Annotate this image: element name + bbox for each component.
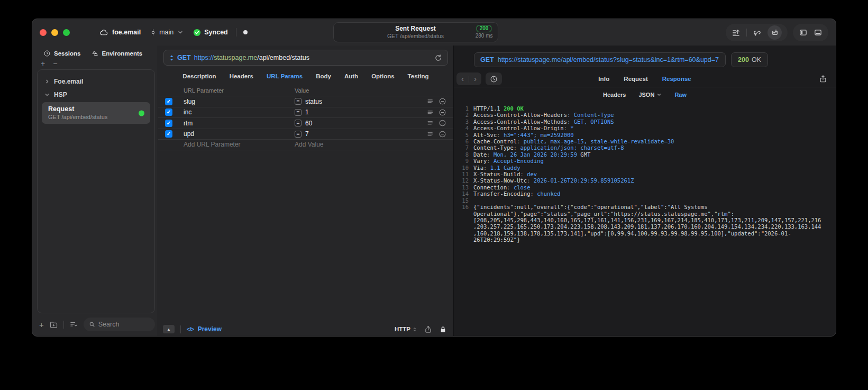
editor-tab[interactable]: URL Params <box>267 73 303 79</box>
toggle-bottom-panel-button[interactable] <box>814 28 823 37</box>
tree-chevron-icon <box>44 92 50 97</box>
format-lines-icon[interactable] <box>426 108 434 116</box>
response-view-tab[interactable]: Headers <box>603 92 626 98</box>
line-content: Date: Mon, 26 Jan 2026 20:29:59 GMT <box>473 151 822 158</box>
remove-param-icon[interactable] <box>438 97 446 105</box>
list-options-button[interactable] <box>69 320 78 329</box>
format-lines-icon[interactable] <box>426 130 434 138</box>
param-name-field[interactable]: slug <box>184 98 295 105</box>
request-url[interactable]: https://statuspage.me/api/embed/status <box>194 54 309 61</box>
minimize-window-button[interactable] <box>51 29 58 36</box>
sent-request-summary[interactable]: Sent Request GET /api/embed/status 200 2… <box>333 22 498 42</box>
tab-environments[interactable]: Environments <box>92 50 143 57</box>
param-enabled-checkbox[interactable] <box>165 120 172 127</box>
response-view-tab[interactable]: JSON <box>638 92 662 98</box>
param-enabled-checkbox[interactable] <box>165 108 172 116</box>
editor-tabs: Description Headers URL Params Body Auth… <box>158 67 453 85</box>
history-forward-button[interactable]: › <box>469 73 481 85</box>
editor-tab[interactable]: Options <box>371 73 394 79</box>
equals-icon <box>295 98 301 105</box>
toggle-left-sidebar-button[interactable] <box>799 28 808 37</box>
code-line: 7 Content-Type: application/json; charse… <box>458 144 822 151</box>
sessions-panel: Foe.email HSP Request GET /api/embed/sta… <box>37 69 155 313</box>
zoom-window-button[interactable] <box>63 29 70 36</box>
sync-label: Synced <box>204 29 227 36</box>
line-number: 14 <box>458 191 473 197</box>
merge-sync-button[interactable] <box>753 28 762 37</box>
sidebar-tabs: Sessions Environments <box>37 48 155 59</box>
line-number: 4 <box>458 125 473 131</box>
search-input[interactable] <box>98 321 150 328</box>
project-menu[interactable]: foe.email <box>99 28 141 37</box>
export-response-icon[interactable] <box>819 75 827 83</box>
import-list-button[interactable] <box>732 28 741 37</box>
new-folder-icon <box>49 320 58 329</box>
params-rows: slug status <box>158 96 453 139</box>
line-content: X-Status-Now-Utc: 2026-01-26T20:29:59.85… <box>473 177 822 184</box>
response-tab[interactable]: Response <box>662 76 691 82</box>
format-lines-icon[interactable] <box>426 97 434 105</box>
request-list-item-selected[interactable]: Request GET /api/embed/status <box>42 102 150 124</box>
line-number: 7 <box>458 144 473 151</box>
remove-session-button[interactable]: − <box>53 59 57 68</box>
response-top-row: GET https://statuspage.me/api/embed/stat… <box>454 46 836 71</box>
method-stepper-icon[interactable] <box>169 55 174 61</box>
param-value-field[interactable]: status <box>305 98 322 105</box>
response-view-tab[interactable]: Raw <box>674 92 687 98</box>
remove-param-icon[interactable] <box>438 108 446 116</box>
list-arrow-up-icon <box>732 28 741 37</box>
add-session-button[interactable]: + <box>41 59 45 68</box>
add-param-row[interactable]: Add URL Parameter Add Value <box>158 139 453 150</box>
protocol-selector[interactable]: HTTP <box>395 326 417 333</box>
new-folder-button[interactable] <box>49 320 58 329</box>
remove-param-icon[interactable] <box>438 119 446 127</box>
param-name-field[interactable]: rtm <box>184 120 295 127</box>
method-label[interactable]: GET <box>177 54 191 61</box>
tree-chevron-icon <box>44 79 50 84</box>
code-line: 9 Vary: Accept-Encoding <box>458 158 822 164</box>
tab-sessions[interactable]: Sessions <box>43 50 81 57</box>
format-lines-icon[interactable] <box>426 119 434 127</box>
history-back-button[interactable]: ‹ <box>456 73 469 85</box>
editor-tab[interactable]: Body <box>316 73 331 79</box>
panel-bottom-icon <box>814 28 823 37</box>
param-name-field[interactable]: inc <box>184 108 295 116</box>
param-enabled-checkbox[interactable] <box>165 98 172 105</box>
send-receive-button[interactable] <box>768 25 782 40</box>
editor-tab[interactable]: Testing <box>408 73 429 79</box>
share-icon[interactable] <box>424 325 432 333</box>
param-enabled-checkbox[interactable] <box>165 130 172 138</box>
param-value-field[interactable]: 60 <box>305 120 312 127</box>
lock-icon[interactable] <box>439 325 447 333</box>
line-content: Transfer-Encoding: chunked <box>473 191 822 197</box>
editor-tab[interactable]: Headers <box>230 73 253 79</box>
list-chevron-icon <box>69 320 78 329</box>
add-param-value-placeholder[interactable]: Add Value <box>295 141 446 148</box>
resend-request-icon[interactable] <box>434 54 442 62</box>
preview-button[interactable]: </> Preview <box>187 325 222 333</box>
request-status-dot <box>139 110 144 116</box>
collapse-panel-button[interactable]: ▲ <box>163 325 175 333</box>
search-icon <box>89 321 95 328</box>
param-value-field[interactable]: 1 <box>305 108 309 116</box>
request-url-bar[interactable]: GET https://statuspage.me/api/embed/stat… <box>163 50 448 66</box>
response-tab[interactable]: Request <box>624 76 647 82</box>
remove-param-icon[interactable] <box>438 130 446 138</box>
editor-tab[interactable]: Auth <box>344 73 358 79</box>
sent-request-url-box[interactable]: GET https://statuspage.me/api/embed/stat… <box>474 52 726 67</box>
response-tab[interactable]: Info <box>598 76 609 82</box>
branch-selector[interactable]: main <box>149 29 184 37</box>
actions-divider <box>746 29 747 37</box>
param-name-field[interactable]: upd <box>184 130 295 138</box>
tree-group[interactable]: HSP <box>40 88 152 101</box>
history-list-button[interactable] <box>486 72 502 85</box>
add-request-button[interactable]: + <box>39 321 44 329</box>
param-value-field[interactable]: 7 <box>305 130 309 138</box>
sidebar-search[interactable] <box>84 318 155 331</box>
tree-group[interactable]: Foe.email <box>40 75 152 88</box>
close-window-button[interactable] <box>40 29 47 36</box>
add-param-name-placeholder[interactable]: Add URL Parameter <box>184 141 295 148</box>
editor-tab[interactable]: Description <box>182 73 216 79</box>
main-area: Sessions Environments + − <box>32 46 836 336</box>
sync-status[interactable]: Synced <box>193 29 227 37</box>
